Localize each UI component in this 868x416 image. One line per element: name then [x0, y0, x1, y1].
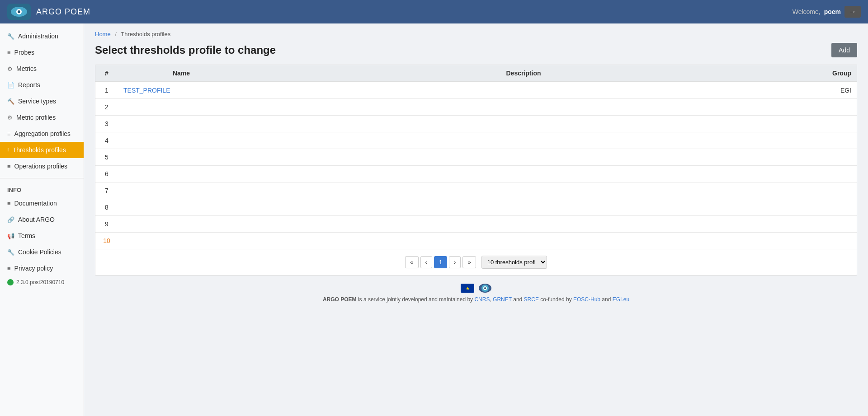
- sidebar-label-terms: Terms: [18, 232, 35, 239]
- footer-link-grnet[interactable]: GRNET: [493, 296, 512, 303]
- cell-name: [118, 233, 245, 249]
- cell-description: [245, 82, 802, 99]
- sidebar-label-cookie-policies: Cookie Policies: [18, 248, 61, 256]
- cell-num: 5: [95, 149, 118, 166]
- cell-name: [118, 116, 245, 132]
- app-header: ARGO POEM Welcome, poem →: [0, 0, 868, 23]
- col-header-name: Name: [118, 65, 245, 82]
- page-title: Select thresholds profile to change: [95, 44, 276, 56]
- sidebar-item-documentation[interactable]: ≡ Documentation: [0, 195, 84, 211]
- sidebar-divider: [0, 178, 84, 178]
- cell-description: [245, 149, 802, 166]
- sidebar-label-probes: Probes: [14, 49, 34, 56]
- cell-name: [118, 182, 245, 199]
- table-row: 8: [95, 199, 857, 216]
- sidebar-item-probes[interactable]: ≡ Probes: [0, 44, 84, 61]
- header-left: ARGO POEM: [7, 4, 90, 20]
- footer-link-cnrs[interactable]: CNRS: [474, 296, 490, 303]
- footer-logos: ★: [103, 284, 849, 293]
- pagination-next[interactable]: ›: [449, 256, 461, 268]
- add-button[interactable]: Add: [831, 43, 857, 57]
- per-page-select[interactable]: 10 thresholds profi 25 thresholds profi …: [481, 256, 547, 269]
- cell-description: [245, 116, 802, 132]
- table-row: 10: [95, 233, 857, 249]
- cell-num: 9: [95, 216, 118, 233]
- file-icon: 📄: [7, 82, 14, 89]
- cell-group: [802, 199, 857, 216]
- sidebar-item-operations-profiles[interactable]: ≡ Operations profiles: [0, 158, 84, 174]
- sidebar-label-service-types: Service types: [18, 98, 56, 105]
- footer-link-eosc[interactable]: EOSC-Hub: [573, 296, 600, 303]
- header-right: Welcome, poem →: [793, 6, 861, 18]
- cell-name[interactable]: TEST_PROFILE: [118, 82, 245, 99]
- profile-link[interactable]: TEST_PROFILE: [123, 87, 170, 94]
- sidebar-item-metrics[interactable]: ⚙ Metrics: [0, 61, 84, 77]
- welcome-label: Welcome,: [793, 8, 821, 15]
- cell-num: 7: [95, 182, 118, 199]
- cell-description: [245, 99, 802, 116]
- cell-name: [118, 166, 245, 182]
- sidebar-label-privacy-policy: Privacy policy: [14, 265, 53, 272]
- cell-group: [802, 216, 857, 233]
- breadcrumb-current: Thresholds profiles: [121, 31, 170, 37]
- cell-num: 6: [95, 166, 118, 182]
- sidebar-label-documentation: Documentation: [14, 200, 57, 207]
- sidebar-item-administration[interactable]: 🔧 Administration: [0, 28, 84, 44]
- pagination-prev[interactable]: ‹: [420, 256, 432, 268]
- breadcrumb-home[interactable]: Home: [95, 31, 111, 37]
- cell-num: 2: [95, 99, 118, 116]
- privacy-icon: ≡: [7, 265, 11, 272]
- pagination-last[interactable]: »: [462, 256, 476, 268]
- sidebar-label-metrics: Metrics: [16, 65, 37, 72]
- thresholds-table: # Name Description Group 1TEST_PROFILEEG…: [95, 65, 857, 249]
- app-layout: 🔧 Administration ≡ Probes ⚙ Metrics 📄 Re…: [0, 23, 868, 416]
- logout-button[interactable]: →: [844, 6, 861, 18]
- cell-description: [245, 216, 802, 233]
- terms-icon: 📢: [7, 233, 14, 239]
- cell-group: [802, 233, 857, 249]
- list-icon: ≡: [7, 49, 11, 56]
- sidebar-item-aggregation-profiles[interactable]: ≡ Aggregation profiles: [0, 126, 84, 142]
- footer-link-egi[interactable]: EGI.eu: [613, 296, 629, 303]
- cell-description: [245, 199, 802, 216]
- sidebar-item-privacy-policy[interactable]: ≡ Privacy policy: [0, 260, 84, 276]
- table-row: 3: [95, 116, 857, 132]
- sidebar-label-thresholds-profiles: Thresholds profiles: [13, 146, 66, 154]
- sidebar-item-reports[interactable]: 📄 Reports: [0, 77, 84, 93]
- pagination-first[interactable]: «: [405, 256, 418, 268]
- pagination-page-1[interactable]: 1: [434, 256, 447, 268]
- cell-description: [245, 233, 802, 249]
- main-content: Home / Thresholds profiles Select thresh…: [84, 23, 868, 416]
- sidebar-item-about-argo[interactable]: 🔗 About ARGO: [0, 211, 84, 228]
- sidebar-item-thresholds-profiles[interactable]: ! Thresholds profiles: [0, 142, 84, 158]
- sidebar-item-cookie-policies[interactable]: 🔧 Cookie Policies: [0, 244, 84, 260]
- cell-num: 3: [95, 116, 118, 132]
- cell-group: [802, 116, 857, 132]
- app-subtitle: POEM: [62, 7, 90, 16]
- cell-name: [118, 99, 245, 116]
- table-row: 7: [95, 182, 857, 199]
- sidebar-label-reports: Reports: [18, 81, 40, 89]
- list3-icon: ≡: [7, 163, 11, 170]
- cell-group: [802, 149, 857, 166]
- footer-link-srce[interactable]: SRCE: [524, 296, 539, 303]
- gear-icon: ⚙: [7, 65, 13, 72]
- cell-description: [245, 166, 802, 182]
- app-name-bold: ARGO: [36, 7, 62, 16]
- tool-icon: 🔨: [7, 98, 14, 105]
- col-header-description: Description: [245, 65, 802, 82]
- sidebar-label-administration: Administration: [18, 33, 58, 40]
- info-section-label: INFO: [0, 182, 84, 195]
- col-header-num: #: [95, 65, 118, 82]
- thresholds-table-container: # Name Description Group 1TEST_PROFILEEG…: [95, 65, 857, 276]
- cell-name: [118, 199, 245, 216]
- sidebar-item-terms[interactable]: 📢 Terms: [0, 228, 84, 244]
- page-header: Select thresholds profile to change Add: [95, 43, 857, 57]
- table-row: 4: [95, 132, 857, 149]
- sidebar: 🔧 Administration ≡ Probes ⚙ Metrics 📄 Re…: [0, 23, 84, 416]
- sidebar-label-metric-profiles: Metric profiles: [16, 114, 56, 121]
- table-row: 6: [95, 166, 857, 182]
- cell-group: EGI: [802, 82, 857, 99]
- sidebar-item-service-types[interactable]: 🔨 Service types: [0, 93, 84, 109]
- sidebar-item-metric-profiles[interactable]: ⚙ Metric profiles: [0, 109, 84, 126]
